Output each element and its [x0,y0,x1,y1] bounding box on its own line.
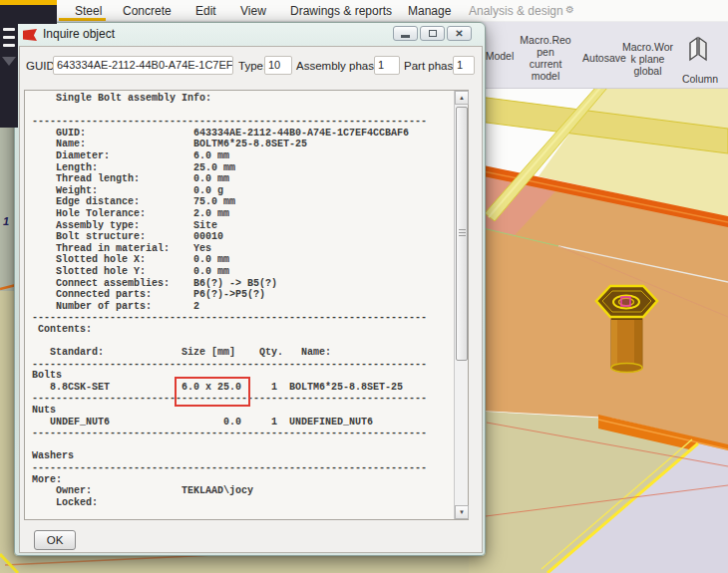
minimize-button[interactable] [393,26,418,41]
tekla-structures-app: 1 Steel Concrete Edit View Drawings & re… [0,0,728,573]
minimize-icon [401,35,410,38]
tekla-logo-icon [23,29,37,41]
active-tab-indicator [59,18,106,21]
grid-label: 1 [3,215,9,227]
type-field[interactable]: 10 [264,56,292,75]
highlight-annotation-box [175,377,250,407]
ok-button[interactable]: OK [34,530,76,550]
bolt-shaft-bottom [611,364,642,373]
restore-icon [429,30,437,37]
menu-tab-steel[interactable]: Steel [75,4,102,18]
guid-field[interactable]: 643334AE-2112-44B0-A74E-1C7EF4CC [53,56,233,75]
menu-tab-edit[interactable]: Edit [195,4,216,18]
inquire-object-dialog: Inquire object ✕ GUID: 643334AE-2112-44B… [14,22,486,556]
assembly-phase-field[interactable]: 1 [374,56,400,75]
toolbar-item-model[interactable]: Model [480,50,520,62]
dialog-body: GUID: 643334AE-2112-44B0-A74E-1C7EF4CC T… [19,46,483,553]
column-icon[interactable] [687,36,709,64]
part-phase-field[interactable]: 1 [453,56,475,75]
menu-tab-drawings-reports[interactable]: Drawings & reports [290,4,392,18]
menu-tab-analysis-design[interactable]: Analysis & design [469,4,563,18]
menu-tab-concrete[interactable]: Concrete [123,4,172,18]
gear-icon: ⚙ [565,4,574,15]
collapse-arrow-icon [2,57,16,66]
dialog-titlebar[interactable]: Inquire object ✕ [18,25,482,45]
scroll-up-button[interactable]: ▲ [455,91,469,105]
close-icon: ✕ [455,29,463,39]
selection-handle [621,297,630,306]
assembly-phase-label: Assembly phase: [296,60,384,72]
dialog-title: Inquire object [43,27,115,41]
inquire-report-area: Single Bolt assembly Info: -------------… [24,90,469,520]
menu-bar: Steel Concrete Edit View Drawings & repo… [0,0,728,22]
toolbar-item-macro-reopen[interactable]: Macro.Reo pen current model [516,34,575,82]
scroll-down-button[interactable]: ▼ [455,505,469,519]
menu-tab-view[interactable]: View [240,4,266,18]
report-scrollbar[interactable]: ▲ ▼ [454,91,468,519]
restore-button[interactable] [420,26,445,41]
close-button[interactable]: ✕ [447,26,472,41]
toolbar-item-macro-workplane[interactable]: Macro.Wor k plane global [620,41,675,77]
toolbar-item-column-label[interactable]: Column [678,73,722,85]
scrollbar-thumb[interactable] [456,107,468,361]
type-label: Type: [238,60,266,72]
menu-tab-manage[interactable]: Manage [408,4,451,18]
hamburger-icon [3,28,15,31]
file-menu-strip [0,5,18,128]
inquire-report-text: Single Bolt assembly Info: -------------… [32,93,427,508]
